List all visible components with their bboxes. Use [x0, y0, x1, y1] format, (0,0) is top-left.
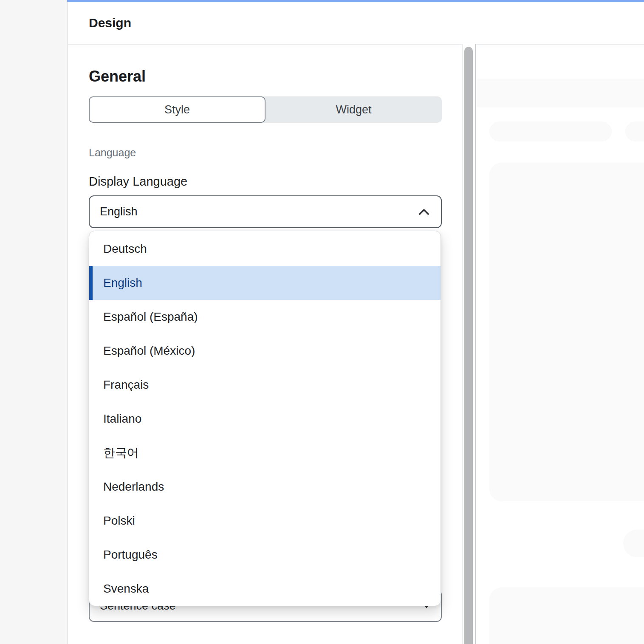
language-option[interactable]: Nederlands: [89, 470, 441, 504]
preview-skeleton-pill: [623, 530, 644, 557]
preview-header-band: [476, 79, 644, 107]
language-option[interactable]: Italiano: [89, 402, 441, 436]
language-option[interactable]: Deutsch: [89, 232, 441, 266]
language-option[interactable]: Español (México): [89, 334, 441, 368]
option-highlight-bar: [89, 266, 93, 300]
widget-preview-panel: [476, 45, 644, 644]
preview-skeleton-pill: [489, 121, 612, 141]
display-language-select[interactable]: English: [89, 195, 442, 228]
tab-style[interactable]: Style: [89, 96, 266, 123]
chevron-up-icon: [418, 208, 430, 216]
left-gutter: [0, 0, 67, 644]
panel-left-border: [67, 0, 68, 644]
style-widget-segmented-control: Widget Style: [89, 96, 442, 123]
page-title: Design: [89, 16, 131, 30]
language-option-label: English: [103, 276, 142, 290]
scrollbar-thumb[interactable]: [464, 47, 473, 644]
display-language-select-value: English: [100, 205, 138, 218]
language-option[interactable]: Polski: [89, 504, 441, 538]
preview-skeleton-block: [489, 163, 644, 501]
preview-skeleton-block: [489, 588, 644, 644]
language-option-selected[interactable]: English: [89, 266, 441, 300]
top-accent-bar: [67, 0, 644, 2]
display-language-listbox: Deutsch English Español (España) Español…: [89, 231, 441, 606]
language-option[interactable]: 한국어: [89, 436, 441, 470]
language-option[interactable]: Português: [89, 538, 441, 572]
language-option[interactable]: Español (España): [89, 300, 441, 334]
tab-widget[interactable]: Widget: [266, 96, 442, 123]
language-group-label: Language: [89, 147, 136, 159]
display-language-label: Display Language: [89, 175, 187, 189]
language-option[interactable]: Français: [89, 368, 441, 402]
language-option[interactable]: Svenska: [89, 572, 441, 606]
preview-skeleton-pill: [625, 121, 644, 141]
section-title: General: [89, 68, 146, 85]
